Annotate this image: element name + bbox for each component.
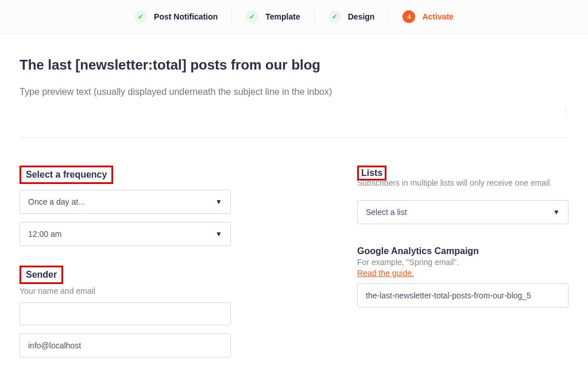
chevron-down-icon: ▼ — [553, 208, 560, 216]
frequency-select-value: Once a day at... — [28, 197, 85, 206]
frequency-time-value: 12:00 am — [28, 229, 61, 239]
preview-area: ⋰ — [20, 87, 568, 138]
chevron-down-icon: ▼ — [215, 230, 222, 238]
step-post-notification[interactable]: ✓ Post Notification — [121, 10, 232, 23]
frequency-heading: Select a frequency — [26, 170, 107, 179]
frequency-time-select[interactable]: 12:00 am ▼ — [20, 222, 231, 246]
chevron-down-icon: ▼ — [215, 198, 222, 206]
step-label: Post Notification — [154, 12, 218, 21]
analytics-sub: For example, "Spring email". — [357, 258, 568, 267]
page-title: The last [newsletter:total] posts from o… — [20, 57, 568, 73]
check-icon: ✓ — [328, 10, 341, 23]
frequency-select[interactable]: Once a day at... ▼ — [20, 190, 231, 214]
check-icon: ✓ — [246, 10, 258, 23]
step-activate[interactable]: 4 Activate — [389, 10, 467, 23]
sender-email-input[interactable] — [20, 333, 231, 358]
sender-sub: Your name and email — [20, 286, 231, 296]
step-number-icon: 4 — [403, 10, 415, 23]
lists-sub: Subscribers in multiple lists will only … — [357, 178, 568, 187]
stepper: ✓ Post Notification ✓ Template ✓ Design … — [0, 0, 588, 34]
frequency-heading-highlight: Select a frequency — [20, 166, 113, 184]
lists-select-placeholder: Select a list — [366, 208, 407, 217]
content: The last [newsletter:total] posts from o… — [0, 34, 588, 366]
lists-heading: Lists — [361, 168, 382, 178]
step-template[interactable]: ✓ Template — [232, 10, 314, 23]
guide-link[interactable]: Read the guide. — [357, 268, 414, 278]
preview-text-input[interactable] — [20, 87, 568, 101]
step-label: Design — [348, 12, 375, 21]
sender-name-input[interactable] — [20, 302, 231, 325]
resize-handle-icon[interactable]: ⋰ — [560, 106, 570, 117]
step-label: Activate — [422, 12, 453, 21]
step-label: Template — [265, 12, 300, 21]
check-icon: ✓ — [134, 10, 147, 23]
sender-heading: Sender — [26, 270, 57, 279]
lists-select[interactable]: Select a list ▼ — [357, 200, 568, 224]
sender-heading-highlight: Sender — [20, 266, 63, 284]
analytics-campaign-input[interactable] — [357, 283, 568, 308]
analytics-heading: Google Analytics Campaign — [357, 246, 479, 256]
step-design[interactable]: ✓ Design — [315, 10, 389, 23]
